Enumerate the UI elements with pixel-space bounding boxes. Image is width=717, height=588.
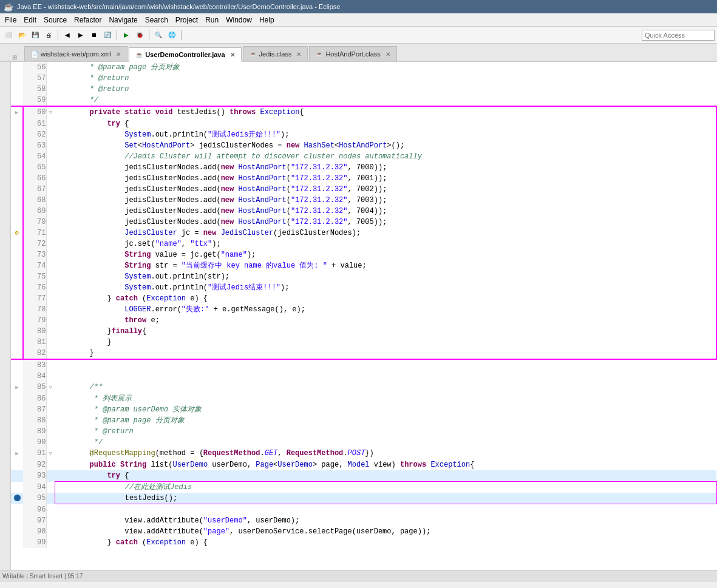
fold-marker[interactable] bbox=[46, 195, 55, 206]
toolbar-run[interactable]: ▶ bbox=[120, 29, 132, 41]
toolbar-forward[interactable]: ▶ bbox=[75, 29, 87, 41]
menu-file[interactable]: File bbox=[1, 15, 20, 25]
fold-marker[interactable] bbox=[46, 184, 55, 195]
fold-icon[interactable]: ▶ bbox=[15, 385, 18, 391]
fold-marker[interactable] bbox=[46, 62, 55, 73]
fold-marker[interactable] bbox=[46, 173, 55, 184]
tab-jedis-close[interactable]: ✕ bbox=[296, 51, 301, 58]
line-annot bbox=[11, 95, 23, 106]
fold-marker[interactable] bbox=[46, 162, 55, 173]
fold-marker[interactable] bbox=[46, 282, 55, 293]
menu-edit[interactable]: Edit bbox=[20, 15, 40, 25]
code-cell: } catch (Exception e) { bbox=[55, 537, 716, 548]
tab-hostandport-close[interactable]: ✕ bbox=[386, 51, 390, 58]
fold-marker[interactable] bbox=[46, 217, 55, 228]
fold-marker[interactable] bbox=[46, 404, 55, 415]
table-row: 65 jedisClusterNodes.add(new HostAndPort… bbox=[11, 162, 716, 173]
tab-pom-label: wishstack-web/pom.xml bbox=[41, 50, 111, 58]
fold-marker[interactable] bbox=[46, 515, 55, 526]
menu-help[interactable]: Help bbox=[256, 15, 278, 25]
fold-marker[interactable] bbox=[46, 271, 55, 282]
fold-marker[interactable] bbox=[46, 129, 55, 140]
status-bar: Writable | Smart Insert | 95:17 bbox=[0, 570, 717, 582]
table-row: 80 }finally{ bbox=[11, 326, 716, 337]
fold-marker[interactable] bbox=[46, 260, 55, 271]
fold-marker[interactable] bbox=[46, 493, 55, 504]
fold-marker[interactable] bbox=[46, 337, 55, 348]
line-annot bbox=[11, 482, 23, 493]
menu-window[interactable]: Window bbox=[222, 15, 256, 25]
fold-marker[interactable] bbox=[46, 238, 55, 249]
tab-hostandport[interactable]: ☕ HostAndPort.class ✕ bbox=[309, 46, 396, 61]
fold-marker[interactable] bbox=[46, 415, 55, 426]
fold-marker[interactable] bbox=[46, 348, 55, 359]
tab-jedis[interactable]: ☕ Jedis.class ✕ bbox=[243, 46, 308, 61]
toolbar-refresh[interactable]: 🔄 bbox=[101, 29, 114, 41]
fold-marker[interactable] bbox=[46, 118, 55, 129]
fold-marker[interactable] bbox=[46, 84, 55, 95]
fold-marker[interactable] bbox=[46, 482, 55, 493]
menu-source[interactable]: Source bbox=[40, 15, 70, 25]
menu-refactor[interactable]: Refactor bbox=[70, 15, 105, 25]
fold-marker[interactable] bbox=[46, 293, 55, 304]
toolbar-debug[interactable]: 🐞 bbox=[134, 29, 146, 41]
menu-run[interactable]: Run bbox=[202, 15, 222, 25]
line-annot bbox=[11, 84, 23, 95]
fold-marker[interactable] bbox=[46, 426, 55, 437]
fold-marker[interactable] bbox=[46, 140, 55, 151]
fold-marker[interactable] bbox=[46, 470, 55, 482]
table-row: 82 } bbox=[11, 348, 716, 359]
fold-marker[interactable] bbox=[46, 326, 55, 337]
code-cell: String str = "当前缓存中 key name 的value 值为: … bbox=[55, 260, 716, 271]
fold-icon[interactable]: ▶ bbox=[15, 451, 18, 457]
collapse-icon[interactable]: ▽ bbox=[49, 385, 52, 391]
code-area[interactable]: 56 * @param page 分页对象57 * @return58 * @r… bbox=[11, 62, 717, 570]
collapse-icon[interactable]: ▽ bbox=[49, 110, 52, 116]
fold-marker[interactable] bbox=[46, 206, 55, 217]
menu-navigate[interactable]: Navigate bbox=[105, 15, 141, 25]
toolbar-stop[interactable]: ⏹ bbox=[88, 29, 100, 41]
fold-marker[interactable] bbox=[46, 95, 55, 106]
fold-marker[interactable] bbox=[46, 526, 55, 537]
collapse-icon[interactable]: ▽ bbox=[49, 451, 52, 457]
tab-userdemo-close[interactable]: ✕ bbox=[230, 52, 235, 58]
line-annot bbox=[11, 470, 23, 482]
fold-marker[interactable] bbox=[46, 459, 55, 470]
fold-marker[interactable] bbox=[46, 228, 55, 238]
fold-marker[interactable]: ▽ bbox=[46, 382, 55, 393]
fold-marker[interactable] bbox=[46, 304, 55, 315]
tab-pom[interactable]: 📄 wishstack-web/pom.xml ✕ bbox=[24, 46, 127, 61]
line-annot bbox=[11, 304, 23, 315]
fold-marker[interactable] bbox=[46, 537, 55, 548]
tab-pom-close[interactable]: ✕ bbox=[116, 51, 121, 58]
toolbar-search[interactable]: 🔍 bbox=[152, 29, 165, 41]
code-cell: * 列表展示 bbox=[55, 393, 716, 404]
line-annot: ▶ bbox=[11, 448, 23, 459]
quick-access-input[interactable] bbox=[642, 30, 715, 41]
fold-marker[interactable] bbox=[46, 315, 55, 326]
toolbar-new[interactable]: ⬜ bbox=[2, 29, 15, 41]
breakpoint-icon[interactable] bbox=[14, 495, 21, 501]
toolbar-save[interactable]: 💾 bbox=[29, 29, 41, 41]
fold-marker[interactable] bbox=[46, 504, 55, 516]
code-cell: Set<HostAndPort> jedisClusterNodes = new… bbox=[55, 140, 716, 151]
fold-marker[interactable] bbox=[46, 437, 55, 448]
menu-project[interactable]: Project bbox=[172, 15, 202, 25]
fold-marker[interactable] bbox=[46, 359, 55, 371]
fold-marker[interactable] bbox=[46, 73, 55, 84]
code-cell: //在此处测试Jedis bbox=[55, 482, 716, 493]
fold-marker[interactable]: ▽ bbox=[46, 448, 55, 459]
menu-search[interactable]: Search bbox=[141, 15, 172, 25]
fold-marker[interactable]: ▽ bbox=[46, 106, 55, 118]
fold-icon[interactable]: ▶ bbox=[15, 110, 18, 116]
fold-marker[interactable] bbox=[46, 151, 55, 162]
fold-marker[interactable] bbox=[46, 249, 55, 260]
fold-marker[interactable] bbox=[46, 393, 55, 404]
code-cell: } bbox=[55, 348, 716, 359]
toolbar-print[interactable]: 🖨 bbox=[42, 29, 55, 41]
toolbar-back[interactable]: ◀ bbox=[61, 29, 73, 41]
tab-userdemo[interactable]: ☕ UserDemoController.java ✕ bbox=[129, 47, 241, 62]
fold-marker[interactable] bbox=[46, 371, 55, 382]
toolbar-browse[interactable]: 🌐 bbox=[166, 29, 178, 41]
toolbar-open[interactable]: 📂 bbox=[16, 29, 28, 41]
